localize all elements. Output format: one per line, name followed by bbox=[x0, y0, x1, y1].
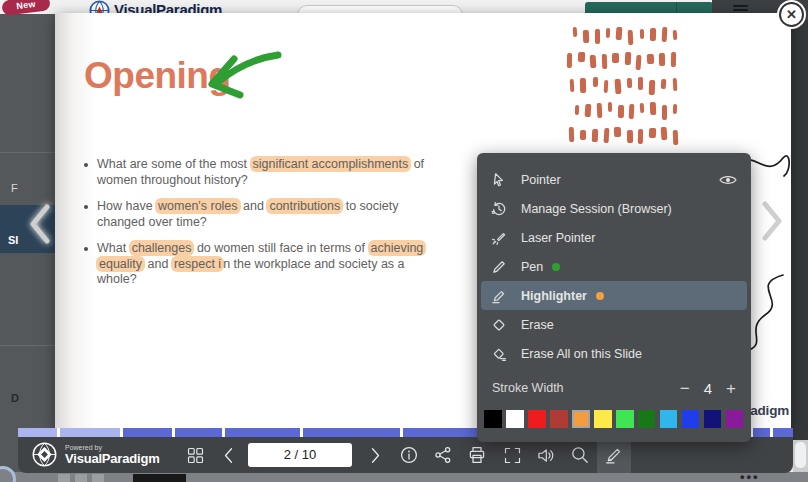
tally-marks-doodle bbox=[567, 27, 683, 152]
eraser-all-icon bbox=[491, 345, 508, 362]
sidebar-divider bbox=[0, 345, 55, 346]
fullscreen-icon[interactable] bbox=[495, 437, 529, 473]
progress-segment-4[interactable] bbox=[175, 428, 222, 437]
visual-paradigm-toolbar-icon bbox=[31, 441, 58, 468]
green-arrow-annotation bbox=[190, 45, 285, 107]
page-bottom-dark-block bbox=[133, 474, 186, 482]
viewer-toolbar: Powered by VisualParadigm 2 / 10 bbox=[18, 437, 793, 473]
slide-bullet: How have women's roles and contributions… bbox=[97, 199, 507, 230]
powered-by-label: Powered by bbox=[65, 444, 160, 451]
progress-segment-9[interactable] bbox=[753, 428, 770, 437]
stroke-width-decrease-button[interactable]: − bbox=[680, 380, 690, 397]
history-icon bbox=[491, 200, 508, 217]
next-slide-arrow[interactable] bbox=[760, 200, 786, 242]
tool-color-dot bbox=[596, 292, 604, 300]
page-thumbnails bbox=[58, 474, 104, 482]
color-swatch[interactable] bbox=[594, 410, 612, 428]
grid-icon[interactable] bbox=[178, 437, 212, 473]
share-icon[interactable] bbox=[426, 437, 460, 473]
eye-icon[interactable] bbox=[719, 174, 737, 186]
menu-item-highlighter[interactable]: Highlighter bbox=[481, 281, 747, 310]
highlighted-text: significant accomplishments bbox=[250, 156, 412, 172]
slide-bullet: What challenges do women still face in t… bbox=[97, 241, 507, 288]
color-swatch[interactable] bbox=[682, 410, 700, 428]
stroke-width-label: Stroke Width bbox=[492, 381, 564, 395]
progress-segment-3[interactable] bbox=[123, 428, 172, 437]
highlighted-text: achieving bbox=[368, 240, 427, 256]
progress-segment-1[interactable] bbox=[18, 428, 57, 437]
color-swatch[interactable] bbox=[704, 410, 722, 428]
eraser-icon bbox=[491, 316, 508, 333]
highlighted-text: women's roles bbox=[155, 198, 241, 214]
bullet-dot bbox=[84, 247, 88, 251]
color-swatch[interactable] bbox=[616, 410, 634, 428]
sidebar-item-fragment[interactable]: D bbox=[11, 392, 19, 404]
page-scrollbar-thumb[interactable] bbox=[795, 442, 806, 468]
site-sidebar: F SI D bbox=[0, 14, 55, 482]
menu-item-label: Pen bbox=[521, 260, 543, 274]
stroke-width-increase-button[interactable]: + bbox=[726, 380, 736, 397]
next-icon[interactable] bbox=[358, 437, 392, 473]
highlighted-text: equality bbox=[96, 256, 145, 272]
sidebar-item-fragment: SI bbox=[8, 234, 18, 246]
highlighted-text: respect i bbox=[171, 256, 224, 272]
stroke-width-row: Stroke Width − 4 + bbox=[477, 370, 751, 406]
menu-item-label: Manage Session (Browser) bbox=[521, 202, 672, 216]
color-swatch[interactable] bbox=[550, 410, 568, 428]
menu-item-label: Highlighter bbox=[521, 289, 587, 303]
powered-by-logo[interactable]: Powered by VisualParadigm bbox=[31, 441, 160, 468]
menu-item-pen[interactable]: Pen bbox=[477, 252, 751, 281]
toolbar-brand-label: VisualParadigm bbox=[65, 451, 160, 466]
pen-icon bbox=[491, 258, 508, 275]
stroke-width-value: 4 bbox=[704, 380, 712, 397]
sidebar-divider bbox=[0, 152, 55, 153]
color-swatch[interactable] bbox=[506, 410, 524, 428]
menu-item-laser-pointer[interactable]: Laser Pointer bbox=[477, 223, 751, 252]
menu-item-pointer[interactable]: Pointer bbox=[477, 165, 751, 194]
highlighter-icon bbox=[491, 287, 508, 304]
menu-item-label: Laser Pointer bbox=[521, 231, 595, 245]
info-icon[interactable] bbox=[392, 437, 426, 473]
progress-segment-6[interactable] bbox=[303, 428, 400, 437]
bullet-dot bbox=[84, 163, 88, 167]
sidebar-item-fragment[interactable]: F bbox=[11, 182, 18, 194]
page-number-indicator[interactable]: 2 / 10 bbox=[248, 443, 352, 467]
draw-icon[interactable] bbox=[597, 437, 631, 473]
print-icon[interactable] bbox=[460, 437, 494, 473]
search-icon[interactable] bbox=[563, 437, 597, 473]
progress-segment-5[interactable] bbox=[225, 428, 300, 437]
cursor-icon bbox=[491, 171, 508, 188]
color-swatch[interactable] bbox=[484, 410, 502, 428]
volume-icon[interactable] bbox=[529, 437, 563, 473]
color-palette bbox=[477, 410, 751, 428]
menu-item-label: Erase bbox=[521, 318, 554, 332]
slide-bullet-list: What are some of the most significant ac… bbox=[97, 157, 507, 299]
color-swatch[interactable] bbox=[572, 410, 590, 428]
menu-item-erase-all-on-this-slide[interactable]: Erase All on this Slide bbox=[477, 339, 751, 368]
progress-segment-7[interactable] bbox=[403, 428, 484, 437]
drawing-tools-menu: PointerManage Session (Browser)Laser Poi… bbox=[477, 153, 751, 442]
color-swatch[interactable] bbox=[528, 410, 546, 428]
highlighted-text: challenges bbox=[129, 240, 195, 256]
page-bottom-strip bbox=[0, 472, 808, 482]
slide-bullet: What are some of the most significant ac… bbox=[97, 157, 507, 188]
menu-item-manage-session-browser[interactable]: Manage Session (Browser) bbox=[477, 194, 751, 223]
prev-icon[interactable] bbox=[211, 437, 245, 473]
tool-color-dot bbox=[552, 263, 560, 271]
highlighted-text: contributions bbox=[266, 198, 343, 214]
site-header: VisualParadigm bbox=[0, 0, 808, 14]
menu-item-label: Erase All on this Slide bbox=[521, 347, 642, 361]
laser-icon bbox=[491, 229, 508, 246]
color-swatch[interactable] bbox=[726, 410, 744, 428]
progress-segment-10[interactable] bbox=[773, 428, 793, 437]
menu-item-label: Pointer bbox=[521, 173, 561, 187]
color-swatch[interactable] bbox=[660, 410, 678, 428]
close-viewer-button[interactable]: ✕ bbox=[779, 2, 804, 27]
menu-item-erase[interactable]: Erase bbox=[477, 310, 751, 339]
bullet-dot bbox=[84, 205, 88, 209]
color-swatch[interactable] bbox=[638, 410, 656, 428]
previous-slide-arrow[interactable] bbox=[26, 203, 52, 245]
progress-segment-2[interactable] bbox=[60, 428, 120, 437]
